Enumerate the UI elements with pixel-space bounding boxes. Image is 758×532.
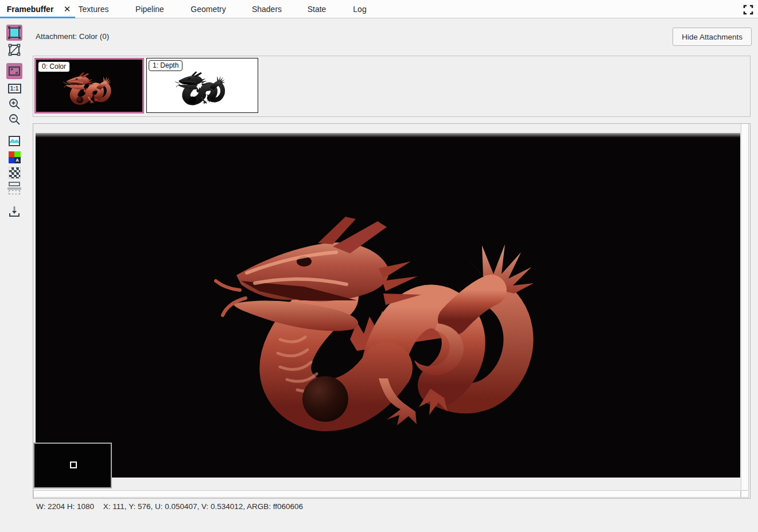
zoom-out-icon [7,112,21,126]
tab-state-label: State [308,5,326,14]
save-icon [7,205,21,218]
tab-geometry-label: Geometry [191,5,226,14]
attachments-strip: 0: Color 1: Depth [33,56,751,117]
rgba-channels-icon: A [9,151,21,163]
pixel-info: X: 111, Y: 576, U: 0.050407, V: 0.534012… [103,502,303,511]
zoom-in-button[interactable] [6,96,22,112]
tab-textures-label: Textures [79,5,109,14]
attachment-badge-color: 0: Color [38,61,70,72]
tab-geometry[interactable]: Geometry [185,0,231,18]
range-control-icon [7,182,21,194]
save-texture-button[interactable] [6,204,22,220]
tab-log-label: Log [353,5,366,14]
hide-attachments-button[interactable]: Hide Attachments [673,28,752,46]
actual-size-icon: 1:1 [8,84,21,93]
picked-pixel-marker [70,461,77,468]
dragon-render [36,133,740,478]
scrollbar-corner [741,490,749,498]
horizontal-scrollbar[interactable] [33,490,741,498]
tab-shaders[interactable]: Shaders [246,0,287,18]
zoom-out-button[interactable] [6,111,22,127]
tab-framebuffer[interactable]: Framebuffer ✕ [0,0,75,18]
texture-dimensions: W: 2204 H: 1080 [36,502,94,511]
actual-size-button[interactable]: 1:1 [6,80,22,96]
attachment-badge-depth: 1: Depth [149,60,182,71]
fit-to-window-button[interactable] [6,63,22,79]
rgba-channels-button[interactable]: A [6,149,22,165]
wireframe-icon [7,43,21,57]
attachment-label: Attachment: Color (0) [36,32,109,41]
texture-view-icon [9,28,20,38]
tab-textures[interactable]: Textures [73,0,115,18]
fit-to-window-icon [7,64,21,78]
tab-bar: Framebuffer ✕ Textures Pipeline Geometry… [0,0,758,18]
tab-state[interactable]: State [302,0,332,18]
image-overlay-icon [7,134,21,148]
alpha-checkerboard-button[interactable] [6,165,22,181]
attachment-thumbnail-color[interactable]: 0: Color [34,58,144,114]
wireframe-button[interactable] [6,42,22,58]
image-overlay-button[interactable] [6,133,22,149]
alpha-checkerboard-icon [9,167,21,179]
pixel-context-box[interactable] [33,443,112,488]
framebuffer-image[interactable] [36,133,740,478]
tab-log[interactable]: Log [347,0,372,18]
zoom-in-icon [7,97,21,111]
tab-shaders-label: Shaders [252,5,282,14]
vertical-scrollbar[interactable] [741,124,749,490]
tab-framebuffer-label: Framebuffer [7,5,54,14]
attachment-thumbnail-depth[interactable]: 1: Depth [146,58,258,113]
status-bar: W: 2204 H: 1080 X: 111, Y: 576, U: 0.050… [36,502,303,511]
texture-viewport[interactable] [33,123,751,499]
tab-pipeline[interactable]: Pipeline [130,0,170,18]
tab-pipeline-label: Pipeline [135,5,164,14]
fullscreen-icon[interactable] [743,4,754,15]
texture-view-button[interactable] [6,25,22,41]
range-control-button[interactable] [6,180,22,196]
